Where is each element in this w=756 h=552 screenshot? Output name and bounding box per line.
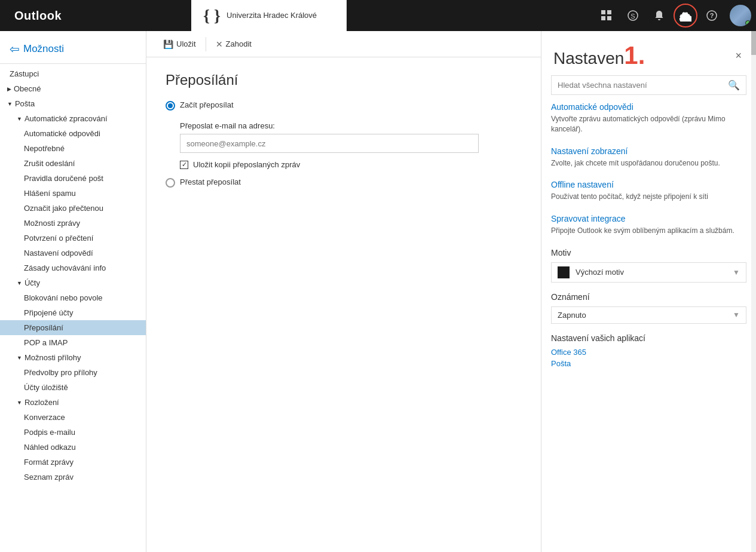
triangle-icon-posta: ▼ <box>7 101 13 107</box>
sidebar-item-pripojene-ucty[interactable]: Připojené účty <box>0 305 146 320</box>
radio-stop-item: Přestat přeposílat <box>166 177 522 188</box>
forward-section: Přeposlat e-mail na adresu: Uložit kopii… <box>180 121 522 169</box>
save-copy-item: Uložit kopii přeposlaných zpráv <box>180 160 522 169</box>
motiv-label: Motiv <box>551 248 746 257</box>
search-icon[interactable]: 🔍 <box>728 79 740 91</box>
sidebar-item-nastaveni-odpovedi[interactable]: Nastavení odpovědí <box>0 246 146 260</box>
radio-start-input[interactable] <box>166 101 175 111</box>
discard-button[interactable]: ✕ Zahodit <box>209 37 259 51</box>
panel-section-offline: Offline nastavení Používat tento počítač… <box>551 180 746 202</box>
app-link-posta[interactable]: Pošta <box>551 359 746 368</box>
sidebar-item-hlaseni-spamu[interactable]: Hlášení spamu <box>0 186 146 201</box>
oznaceni-value: Zapnuto <box>558 311 727 320</box>
svg-rect-1 <box>607 10 611 14</box>
motiv-select[interactable]: Výchozí motiv ▼ <box>551 262 746 283</box>
sidebar-item-oznacit[interactable]: Označit jako přečtenou <box>0 201 146 216</box>
radio-start-item: Začít přeposílat <box>166 100 522 111</box>
search-input[interactable] <box>558 81 723 90</box>
avatar[interactable] <box>730 5 751 26</box>
top-icons: S ? <box>595 4 756 27</box>
panel-title-text: Nastaven <box>553 49 624 68</box>
panel-section-title-offline[interactable]: Offline nastavení <box>551 180 746 189</box>
app-logo: Outlook <box>0 9 191 23</box>
sidebar-item-pop-imap[interactable]: POP a IMAP <box>0 335 146 350</box>
sidebar-item-podpis[interactable]: Podpis e-mailu <box>0 425 146 440</box>
sidebar-group-label-ucty: Účty <box>25 278 40 287</box>
sidebar-item-moznosti-prilohy[interactable]: ▼ Možnosti přílohy <box>0 350 146 365</box>
sidebar-item-ucty-uloziste[interactable]: Účty úložiště <box>0 380 146 395</box>
help-icon[interactable]: ? <box>700 4 724 27</box>
save-icon: 💾 <box>163 39 173 49</box>
panel-title: Nastaven1. <box>553 43 645 68</box>
skype-icon[interactable]: S <box>621 4 645 27</box>
panel-section-title-auto[interactable]: Automatické odpovědi <box>551 102 746 112</box>
sidebar-item-pravidla[interactable]: Pravidla doručené pošt <box>0 171 146 186</box>
right-scrollbar[interactable] <box>751 31 756 552</box>
discard-icon: ✕ <box>216 39 223 49</box>
university-name: Univerzita Hradec Králové <box>227 11 317 21</box>
triangle-icon-rozlozeni: ▼ <box>17 400 22 406</box>
svg-rect-2 <box>601 16 605 20</box>
sidebar-item-nahled-odkazu[interactable]: Náhled odkazu <box>0 440 146 455</box>
svg-text:?: ? <box>710 12 714 19</box>
panel-section-auto-responses: Automatické odpovědi Vytvořte zprávu aut… <box>551 102 746 134</box>
toolbar: 💾 Uložit ✕ Zahodit <box>146 31 541 57</box>
back-button[interactable]: ⇦ <box>10 42 20 56</box>
forward-to-label: Přeposlat e-mail na adresu: <box>180 121 522 130</box>
sidebar-item-posta[interactable]: ▼ Pošta <box>0 96 146 111</box>
sidebar-item-blokovani[interactable]: Blokování nebo povole <box>0 290 146 305</box>
panel-section-title-display[interactable]: Nastavení zobrazení <box>551 146 746 156</box>
oznaceni-select[interactable]: Zapnuto ▼ <box>551 306 746 324</box>
panel-section-display: Nastavení zobrazení Zvolte, jak chcete m… <box>551 146 746 168</box>
panel-section-title-integrations[interactable]: Spravovat integrace <box>551 214 746 223</box>
sidebar-item-predvolby[interactable]: Předvolby pro přílohy <box>0 365 146 380</box>
sidebar-header: ⇦ Možnosti <box>0 36 146 61</box>
triangle-icon: ▶ <box>7 86 11 92</box>
sidebar-item-konverzace[interactable]: Konverzace <box>0 410 146 425</box>
save-copy-checkbox[interactable] <box>180 161 188 169</box>
sidebar-item-zasady[interactable]: Zásady uchovávání info <box>0 260 146 275</box>
panel-section-desc-auto: Vytvořte zprávu automatických odpovědí (… <box>551 114 746 134</box>
gear-icon[interactable] <box>674 4 697 27</box>
sidebar-item-automaticke-odpovedi[interactable]: Automatické odpovědi <box>0 126 146 141</box>
motiv-dropdown-arrow: ▼ <box>733 268 740 277</box>
save-button[interactable]: 💾 Uložit <box>156 37 203 51</box>
sidebar-item-format-zpravy[interactable]: Formát zprávy <box>0 455 146 470</box>
app-link-office365[interactable]: Office 365 <box>551 348 746 357</box>
forward-email-input[interactable] <box>180 134 479 153</box>
save-copy-label: Uložit kopii přeposlaných zpráv <box>193 160 300 169</box>
panel-title-num: 1. <box>624 43 645 68</box>
sidebar-item-obecne[interactable]: ▶ Obecné <box>0 81 146 96</box>
sidebar-item-potvrzeni[interactable]: Potvrzení o přečtení <box>0 231 146 246</box>
radio-stop-label[interactable]: Přestat přeposílat <box>180 177 241 186</box>
bell-icon[interactable] <box>647 4 671 27</box>
sidebar-group-label-auto: Automatické zpracování <box>25 114 108 123</box>
radio-stop-input[interactable] <box>166 178 175 188</box>
sidebar-item-preposilani[interactable]: Přeposílání <box>0 320 146 335</box>
top-bar: Outlook { } Univerzita Hradec Králové S <box>0 0 756 31</box>
svg-text:S: S <box>630 13 635 20</box>
university-banner: { } Univerzita Hradec Králové <box>191 0 347 31</box>
sidebar-item-nepotrebne[interactable]: Nepotřebné <box>0 141 146 156</box>
grid-icon[interactable] <box>595 4 619 27</box>
sidebar-item-zrusit-odesilani[interactable]: Zrušit odeslání <box>0 156 146 171</box>
sidebar-item-seznam-zprav[interactable]: Seznam zpráv <box>0 470 146 484</box>
panel-header: Nastaven1. × <box>541 31 756 75</box>
sidebar-item-ucty[interactable]: ▼ Účty <box>0 275 146 290</box>
sidebar-item-zastupci[interactable]: Zástupci <box>0 66 146 81</box>
sidebar-item-moznosti-zpravy[interactable]: Možnosti zprávy <box>0 216 146 231</box>
oznaceni-dropdown-arrow: ▼ <box>733 311 740 319</box>
motiv-value: Výchozí motiv <box>576 268 727 277</box>
sidebar-item-rozlozeni[interactable]: ▼ Rozložení <box>0 395 146 410</box>
sidebar-item-automaticke-zpracovani[interactable]: ▼ Automatické zpracování <box>0 111 146 126</box>
app-settings-section: Nastavení vašich aplikací Office 365 Poš… <box>551 333 746 368</box>
radio-start-label[interactable]: Začít přeposílat <box>180 100 234 109</box>
right-scrollbar-thumb <box>751 31 756 55</box>
panel-section-desc-display: Zvolte, jak chcete mít uspořádanou doruč… <box>551 158 746 168</box>
content-area: 💾 Uložit ✕ Zahodit Přeposílání Začít pře… <box>146 31 541 552</box>
panel-close-button[interactable]: × <box>733 47 744 65</box>
discard-label: Zahodit <box>226 39 252 48</box>
sidebar-title[interactable]: Možnosti <box>23 43 64 55</box>
sidebar-group-label-posta: Pošta <box>15 99 35 108</box>
svg-rect-0 <box>601 10 605 14</box>
